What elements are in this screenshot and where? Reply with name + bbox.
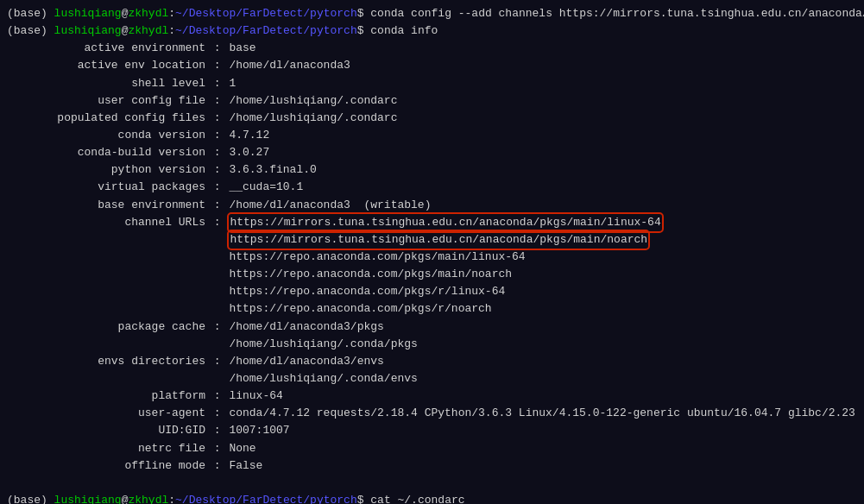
hostname-3: zkhydl: [128, 492, 168, 504]
command-1: conda config --add channels https://mirr…: [370, 5, 864, 22]
channel-url-1: https://mirrors.tuna.tsinghua.edu.cn/ana…: [229, 214, 661, 231]
colon-2: :: [168, 22, 175, 40]
pkg-cache-value2: /home/lushiqiang/.conda/pkgs: [229, 336, 417, 353]
conda-info-output: active environment : base active env loc…: [7, 40, 857, 475]
python-version-value: 3.6.3.final.0: [229, 161, 316, 179]
uid-gid-label: UID:GID: [7, 422, 205, 439]
channel-url3-spacer: [7, 249, 205, 266]
channel-url6-spacer: [7, 300, 205, 318]
active-env-label: active environment: [7, 40, 205, 57]
channel-url4-spacer: [7, 266, 205, 283]
info-row-populated-config: populated config files : /home/lushiqian…: [7, 110, 857, 127]
base-env-value: /home/dl/anaconda3 (writable): [229, 197, 431, 214]
dollar-1: $: [357, 5, 371, 22]
cmd-line-2: (base) lushiqiang@zkhydl:~/Desktop/FarDe…: [7, 22, 857, 40]
info-row-base-env: base environment : /home/dl/anaconda3 (w…: [7, 197, 857, 214]
platform-label: platform: [7, 387, 205, 405]
info-row-envs-dir: envs directories : /home/dl/anaconda3/en…: [7, 353, 857, 370]
colon-3: :: [168, 492, 175, 504]
info-row-active-env: active environment : base: [7, 40, 857, 57]
platform-value: linux-64: [229, 387, 282, 405]
virtual-packages-value: __cuda=10.1: [229, 179, 303, 196]
channel-url5-spacer: [7, 283, 205, 300]
channel-url2-spacer: [7, 231, 205, 249]
netrc-label: netrc file: [7, 440, 205, 457]
base-label-2: (base): [7, 22, 54, 40]
active-location-label: active env location: [7, 57, 205, 74]
info-row-conda-build: conda-build version : 3.0.27: [7, 144, 857, 161]
info-row-channel-url5: https://repo.anaconda.com/pkgs/r/linux-6…: [7, 283, 857, 300]
uid-gid-value: 1007:1007: [229, 422, 289, 439]
blank-line-1: [7, 475, 857, 492]
at-sign-2: @: [122, 22, 129, 40]
shell-level-value: 1: [229, 75, 236, 92]
info-row-active-location: active env location : /home/dl/anaconda3: [7, 57, 857, 74]
populated-config-label: populated config files: [7, 110, 205, 127]
envs-dir-value1: /home/dl/anaconda3/envs: [229, 353, 383, 370]
shell-level-label: shell level: [7, 75, 205, 92]
colon-1: :: [168, 5, 175, 22]
info-row-channel-url3: https://repo.anaconda.com/pkgs/main/linu…: [7, 249, 857, 266]
offline-label: offline mode: [7, 457, 205, 475]
info-row-uid-gid: UID:GID : 1007:1007: [7, 422, 857, 439]
command-2: conda info: [370, 22, 438, 40]
at-sign-3: @: [122, 492, 129, 504]
hostname-2: zkhydl: [128, 22, 168, 40]
dollar-3: $: [357, 492, 371, 504]
info-row-envs-dir2: /home/lushiqiang/.conda/envs: [7, 370, 857, 387]
command-3: cat ~/.condarc: [370, 492, 464, 504]
info-row-netrc: netrc file : None: [7, 440, 857, 457]
netrc-value: None: [229, 440, 255, 457]
pkg-cache2-spacer: [7, 336, 205, 353]
base-label-3: (base): [7, 492, 54, 504]
conda-build-value: 3.0.27: [229, 144, 269, 161]
envs-dir2-spacer: [7, 370, 205, 387]
conda-version-label: conda version: [7, 127, 205, 144]
username-3: lushiqiang: [54, 492, 122, 504]
virtual-packages-label: virtual packages: [7, 179, 205, 196]
envs-dir-value2: /home/lushiqiang/.conda/envs: [229, 370, 417, 387]
active-env-value: base: [229, 40, 255, 57]
active-location-value: /home/dl/anaconda3: [229, 57, 350, 74]
info-row-user-agent: user-agent : conda/4.7.12 requests/2.18.…: [7, 405, 857, 422]
channel-url-5: https://repo.anaconda.com/pkgs/r/linux-6…: [229, 283, 505, 300]
pkg-cache-value1: /home/dl/anaconda3/pkgs: [229, 318, 383, 336]
channel-urls-label: channel URLs: [7, 214, 205, 231]
terminal-window: (base) lushiqiang@zkhydl:~/Desktop/FarDe…: [0, 0, 864, 504]
user-agent-label: user-agent: [7, 405, 205, 422]
username-2: lushiqiang: [54, 22, 122, 40]
path-3: ~/Desktop/FarDetect/pytorch: [175, 492, 357, 504]
info-row-shell-level: shell level : 1: [7, 75, 857, 92]
user-config-value: /home/lushiqiang/.condarc: [229, 92, 397, 110]
dollar-2: $: [357, 22, 371, 40]
info-row-pkg-cache2: /home/lushiqiang/.conda/pkgs: [7, 336, 857, 353]
info-row-channel-urls: channel URLs : https://mirrors.tuna.tsin…: [7, 214, 857, 231]
info-row-channel-url4: https://repo.anaconda.com/pkgs/main/noar…: [7, 266, 857, 283]
info-row-channel-url2: https://mirrors.tuna.tsinghua.edu.cn/ana…: [7, 231, 857, 249]
populated-config-value: /home/lushiqiang/.condarc: [229, 110, 397, 127]
cmd-line-1: (base) lushiqiang@zkhydl:~/Desktop/FarDe…: [7, 5, 857, 22]
at-sign-1: @: [122, 5, 129, 22]
info-row-offline: offline mode : False: [7, 457, 857, 475]
path-2: ~/Desktop/FarDetect/pytorch: [175, 22, 357, 40]
channel-url-2: https://mirrors.tuna.tsinghua.edu.cn/ana…: [229, 231, 648, 249]
base-env-label: base environment: [7, 197, 205, 214]
channel-url-4: https://repo.anaconda.com/pkgs/main/noar…: [229, 266, 512, 283]
info-row-virtual-packages: virtual packages : __cuda=10.1: [7, 179, 857, 196]
conda-build-label: conda-build version: [7, 144, 205, 161]
offline-value: False: [229, 457, 262, 475]
username-1: lushiqiang: [54, 5, 122, 22]
info-row-python-version: python version : 3.6.3.final.0: [7, 161, 857, 179]
channel-url-3: https://repo.anaconda.com/pkgs/main/linu…: [229, 249, 525, 266]
channel-url-6: https://repo.anaconda.com/pkgs/r/noarch: [229, 300, 491, 318]
envs-dir-label: envs directories: [7, 353, 205, 370]
pkg-cache-label: package cache: [7, 318, 205, 336]
python-version-label: python version: [7, 161, 205, 179]
user-config-label: user config file: [7, 92, 205, 110]
info-row-user-config: user config file : /home/lushiqiang/.con…: [7, 92, 857, 110]
user-agent-value: conda/4.7.12 requests/2.18.4 CPython/3.6…: [229, 405, 855, 422]
info-row-channel-url6: https://repo.anaconda.com/pkgs/r/noarch: [7, 300, 857, 318]
cmd-line-3: (base) lushiqiang@zkhydl:~/Desktop/FarDe…: [7, 492, 857, 504]
path-1: ~/Desktop/FarDetect/pytorch: [175, 5, 357, 22]
info-row-conda-version: conda version : 4.7.12: [7, 127, 857, 144]
